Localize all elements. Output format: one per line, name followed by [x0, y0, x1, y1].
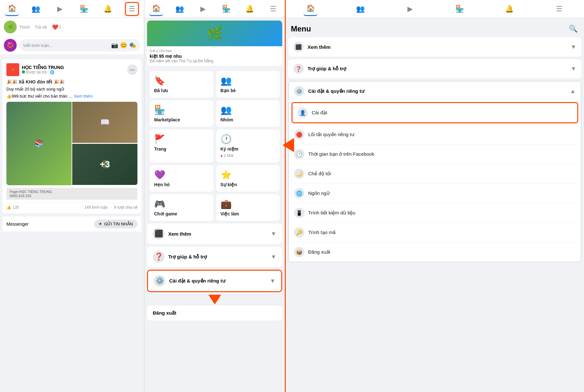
- menu-wide-see-more[interactable]: ⬛ Xem thêm ▼: [147, 223, 282, 244]
- send-message-btn[interactable]: ✈ GỬI TIN NHẮN: [94, 220, 137, 228]
- nav-video-1[interactable]: ▶: [53, 2, 67, 16]
- commenter-avatar: 🌺: [4, 39, 17, 52]
- nav-video-3[interactable]: ▶: [403, 2, 417, 16]
- nav-home-1[interactable]: 🏠: [5, 2, 19, 16]
- nav-marketplace-2[interactable]: 🏪: [219, 2, 233, 16]
- section-see-more-header[interactable]: ⬛ Xem thêm ▼: [288, 37, 581, 57]
- org-sub: Được tài trợ · 🌐: [22, 70, 125, 74]
- org-name: HỌC TIẾNG TRUNG: [22, 65, 125, 70]
- settings-item-code-gen[interactable]: 🔑 Trình tạo mã: [289, 222, 581, 242]
- friends-label: Bạn bè: [221, 88, 275, 93]
- settings-section-highlight: ⚙️ Cài đặt & quyền riêng tư ▼: [147, 270, 282, 292]
- suggested-name: kiệt 95 mẹ nhu: [150, 54, 280, 59]
- suggested-label: Gợi ý cho bạn: [150, 49, 280, 53]
- menu-wide-help[interactable]: ❓ Trợ giúp & hỗ trợ ▼: [147, 247, 282, 267]
- nav-friends-1[interactable]: 👥: [29, 2, 43, 16]
- suggested-card[interactable]: 🌿 Gợi ý cho bạn kiệt 95 mẹ nhu Đã niệm y…: [147, 21, 282, 66]
- see-more-section-label: Xem thêm: [308, 44, 331, 50]
- nav-bell-3[interactable]: 🔔: [502, 2, 517, 16]
- memories-sub: ● 2 Mới: [221, 153, 275, 158]
- menu-wide-logout[interactable]: Đăng xuất: [147, 306, 282, 320]
- privacy-expand-icon: ▲: [570, 88, 576, 95]
- help-icon: ❓: [153, 251, 164, 263]
- messenger-label: Messenger: [6, 222, 29, 227]
- saved-label: Đã lưu: [154, 88, 209, 93]
- menu-item-marketplace[interactable]: 🏪 Marketplace: [150, 100, 214, 127]
- section-privacy-header[interactable]: ⚙️ Cài đặt & quyền riêng tư ▲: [289, 82, 581, 101]
- user-avatar-1: 🌿: [4, 21, 17, 33]
- nav-bell-1[interactable]: 🔔: [101, 2, 115, 16]
- memories-icon: 🕐: [221, 134, 275, 144]
- section-see-more: ⬛ Xem thêm ▼: [288, 37, 581, 57]
- like-label[interactable]: Thích: [19, 25, 30, 30]
- saved-icon: 🔖: [154, 75, 209, 86]
- nav-marketplace-3[interactable]: 🏪: [453, 2, 467, 16]
- marketplace-icon: 🏪: [154, 105, 209, 115]
- nav-bell-2[interactable]: 🔔: [243, 2, 257, 16]
- logout-label: Đăng xuất: [308, 249, 330, 255]
- nav-menu-1[interactable]: ☰: [125, 2, 139, 16]
- org-avatar: 🎋: [6, 63, 19, 76]
- see-more-expand-icon: ▼: [571, 44, 576, 50]
- more-btn[interactable]: ···: [127, 65, 137, 75]
- nav-menu-2[interactable]: ☰: [266, 2, 280, 16]
- section-help-header[interactable]: ❓ Trợ giúp & hỗ trợ ▼: [288, 59, 581, 78]
- dark-mode-icon: 🌙: [294, 169, 304, 179]
- comment-icons: 📷😊🎭: [111, 42, 136, 49]
- suggested-info: Gợi ý cho bạn kiệt 95 mẹ nhu Đã niệm yết…: [147, 46, 282, 66]
- nav-friends-2[interactable]: 👥: [172, 2, 187, 16]
- reply-label[interactable]: Trả lời: [35, 25, 47, 30]
- post-footer: 👍 135 149 bình luận · 9 lượt chia sẻ: [6, 202, 137, 210]
- settings-gear-icon: ⚙️: [154, 275, 165, 287]
- menu-wide-settings[interactable]: ⚙️ Cài đặt & quyền riêng tư ▼: [148, 271, 281, 291]
- settings-item-privacy-shortcut[interactable]: 🔴 Lối tắt quyền riêng tư: [289, 125, 581, 144]
- settings-item-logout[interactable]: 📦 Đăng xuất: [289, 242, 581, 262]
- time-icon: 🕐: [294, 149, 304, 159]
- nav-friends-3[interactable]: 👥: [353, 2, 367, 16]
- settings-header: Menu 🔍: [286, 18, 584, 37]
- code-gen-icon: 🔑: [294, 227, 304, 238]
- share-count: 9 lượt chia sẻ: [114, 205, 137, 210]
- settings-item-time[interactable]: 🕐 Thời gian bạn ở trên Facebook: [289, 144, 581, 164]
- privacy-section-icon: ⚙️: [294, 86, 304, 96]
- menu-item-events[interactable]: ⭐ Sự kiện: [216, 165, 280, 192]
- nav-home-2[interactable]: 🏠: [149, 2, 163, 16]
- settings-item-caidat[interactable]: 👤 Cài đặt: [292, 103, 577, 122]
- like-count: 135: [13, 205, 19, 210]
- dark-mode-label: Chế độ tối: [308, 171, 331, 177]
- page-label: Page:HỌC TIÊNG TRUNG0965.818.233: [6, 188, 137, 200]
- section-privacy: ⚙️ Cài đặt & quyền riêng tư ▲ 👤 Cài đặt …: [288, 81, 581, 262]
- menu-item-jobs[interactable]: 💼 Việc làm: [216, 194, 280, 221]
- nav-home-3[interactable]: 🏠: [303, 2, 318, 16]
- pages-icon: 🚩: [154, 134, 209, 144]
- events-label: Sự kiện: [221, 182, 275, 187]
- settings-item-dark-mode[interactable]: 🌙 Chế độ tối: [289, 164, 581, 183]
- menu-item-memories[interactable]: 🕐 Ký niệm ● 2 Mới: [216, 129, 280, 162]
- menu-item-pages[interactable]: 🚩 Trang: [150, 129, 214, 162]
- nav-marketplace-1[interactable]: 🏪: [77, 2, 91, 16]
- jobs-label: Việc làm: [221, 211, 275, 216]
- settings-label: Cài đặt & quyền riêng tư: [169, 278, 225, 284]
- nav-video-2[interactable]: ▶: [196, 2, 210, 16]
- games-label: Chơi game: [154, 211, 209, 216]
- menu-item-saved[interactable]: 🔖 Đã lưu: [150, 71, 214, 98]
- menu-item-dating[interactable]: 💜 Hẹn hò: [150, 165, 214, 192]
- settings-chevron: ▼: [270, 278, 275, 284]
- comment-input[interactable]: Viết bình luận... 📷😊🎭: [19, 39, 140, 51]
- menu-item-games[interactable]: 🎮 Chơi game: [150, 194, 214, 221]
- more-photos-overlay[interactable]: +3: [72, 144, 137, 185]
- post-body: 🎉🎉 Xả KHO đón tết 🎉🎉 Duy nhất 20 bộ sách…: [6, 79, 137, 99]
- logout-icon: 📦: [294, 247, 304, 257]
- settings-item-data-saver[interactable]: 📱 Trình tiết kiệm dữ liệu: [289, 203, 581, 222]
- privacy-section-label: Cài đặt & quyền riêng tư: [308, 88, 364, 94]
- caidat-icon: 👤: [298, 108, 308, 118]
- menu-item-groups[interactable]: 👥 Nhóm: [216, 100, 280, 127]
- nav-menu-3[interactable]: ☰: [552, 2, 566, 16]
- language-label: Ngôn ngữ: [308, 190, 330, 196]
- menu-item-friends[interactable]: 👥 Bạn bè: [216, 71, 280, 98]
- pages-label: Trang: [154, 146, 209, 152]
- help-label: Trợ giúp & hỗ trợ: [168, 254, 207, 260]
- settings-item-language[interactable]: 🌐 Ngôn ngữ: [289, 183, 581, 203]
- search-btn[interactable]: 🔍: [567, 23, 579, 35]
- suggested-desc: Đã niệm yết vào Thứ Tư tại Đà Nẵng: [150, 59, 280, 63]
